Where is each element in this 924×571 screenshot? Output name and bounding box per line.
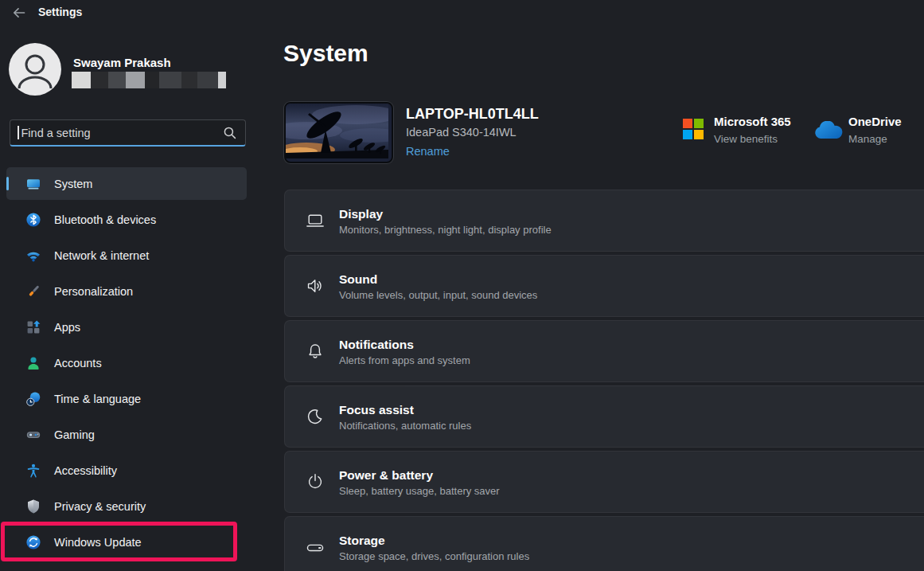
- sidebar-item-apps[interactable]: Apps: [6, 311, 247, 343]
- bell-icon: [305, 341, 326, 362]
- row-power-battery[interactable]: Power & battery Sleep, battery usage, ba…: [284, 451, 924, 513]
- sidebar-item-label: Privacy & security: [54, 500, 146, 513]
- sidebar-item-label: Accounts: [54, 357, 102, 370]
- row-display[interactable]: Display Monitors, brightness, night ligh…: [284, 190, 924, 252]
- settings-window: Settings Swayam Prakash Find a setting S…: [0, 0, 924, 571]
- moon-icon: [305, 406, 326, 427]
- sidebar-item-label: Windows Update: [54, 536, 142, 549]
- manage-link[interactable]: Manage: [848, 133, 887, 145]
- back-arrow-icon: [11, 5, 27, 21]
- row-subtitle: Notifications, automatic rules: [339, 420, 471, 432]
- apps-icon: [25, 319, 41, 335]
- sidebar-item-label: Bluetooth & devices: [54, 213, 156, 226]
- row-title: Sound: [339, 272, 537, 287]
- shield-icon: [25, 499, 41, 514]
- satellite-dish-image: [286, 104, 388, 158]
- page-title: System: [283, 40, 368, 67]
- sidebar-item-gaming[interactable]: Gaming: [6, 418, 247, 451]
- sidebar-item-network-internet[interactable]: Network & internet: [6, 239, 247, 272]
- row-storage[interactable]: Storage Storage space, drives, configura…: [284, 516, 924, 571]
- sidebar-item-label: Time & language: [54, 393, 141, 405]
- microsoft-365-title: Microsoft 365: [714, 115, 791, 128]
- storage-drive-icon: [305, 537, 326, 557]
- profile-name: Swayam Prakash: [73, 56, 171, 69]
- sidebar-item-label: Apps: [54, 321, 80, 334]
- row-sound[interactable]: Sound Volume levels, output, input, soun…: [284, 255, 924, 317]
- settings-list: Display Monitors, brightness, night ligh…: [284, 190, 924, 571]
- text-caret: [18, 126, 19, 139]
- microsoft-365-logo-icon: [683, 119, 704, 139]
- display-icon: [305, 210, 326, 231]
- system-icon: [25, 176, 41, 192]
- row-subtitle: Sleep, battery usage, battery saver: [339, 485, 500, 497]
- sidebar-item-bluetooth-devices[interactable]: Bluetooth & devices: [6, 203, 247, 236]
- sidebar-item-label: Network & internet: [54, 249, 149, 262]
- row-title: Power & battery: [339, 467, 500, 483]
- sidebar-item-personalization[interactable]: Personalization: [6, 275, 247, 307]
- row-notifications[interactable]: Notifications Alerts from apps and syste…: [284, 320, 924, 382]
- clock-globe-icon: [25, 391, 41, 407]
- row-title: Storage: [339, 533, 529, 548]
- search-placeholder: Find a setting: [21, 127, 91, 139]
- windows-update-icon: [25, 534, 41, 550]
- sidebar-item-windows-update[interactable]: Windows Update: [6, 526, 247, 558]
- onedrive-title: OneDrive: [848, 115, 902, 128]
- sidebar-item-privacy-security[interactable]: Privacy & security: [6, 490, 247, 522]
- row-subtitle: Storage space, drives, configuration rul…: [339, 550, 529, 562]
- rename-link[interactable]: Rename: [406, 145, 450, 158]
- window-title: Settings: [38, 6, 82, 18]
- row-subtitle: Alerts from apps and system: [339, 354, 470, 366]
- device-model: IdeaPad S340-14IWL: [406, 126, 517, 139]
- sidebar-item-label: Gaming: [54, 428, 95, 441]
- row-title: Display: [339, 206, 552, 221]
- profile-card[interactable]: Swayam Prakash: [9, 43, 248, 97]
- row-title: Notifications: [339, 337, 470, 352]
- redacted-email: [72, 72, 226, 88]
- back-button[interactable]: [10, 4, 29, 22]
- selected-indicator-pill: [6, 177, 9, 190]
- sidebar-nav: System Bluetooth & devices Network & int…: [6, 167, 247, 561]
- sidebar-item-system[interactable]: System: [6, 167, 247, 200]
- sidebar-item-accessibility[interactable]: Accessibility: [6, 454, 247, 487]
- view-benefits-link[interactable]: View benefits: [714, 133, 778, 145]
- person-icon: [9, 43, 61, 96]
- sidebar-item-label: Accessibility: [54, 464, 117, 477]
- onedrive-cloud-icon: [813, 121, 844, 141]
- sidebar-item-label: Personalization: [54, 285, 133, 298]
- sidebar-item-accounts[interactable]: Accounts: [6, 346, 247, 379]
- bluetooth-icon: [25, 212, 41, 228]
- search-input[interactable]: Find a setting: [10, 119, 246, 147]
- avatar: [9, 43, 61, 96]
- device-thumbnail: [284, 102, 393, 163]
- device-name: LAPTOP-HL0TL4LL: [406, 106, 539, 123]
- row-title: Focus assist: [339, 402, 471, 417]
- wifi-icon: [25, 248, 41, 264]
- row-subtitle: Volume levels, output, input, sound devi…: [339, 289, 537, 301]
- row-subtitle: Monitors, brightness, night light, displ…: [339, 224, 552, 236]
- accessibility-person-icon: [25, 463, 41, 479]
- sidebar-item-time-language[interactable]: Time & language: [6, 382, 247, 415]
- row-focus-assist[interactable]: Focus assist Notifications, automatic ru…: [284, 385, 924, 448]
- gamepad-icon: [25, 427, 41, 443]
- paintbrush-icon: [25, 284, 41, 299]
- accounts-person-icon: [25, 355, 41, 371]
- power-icon: [305, 471, 326, 492]
- speaker-icon: [305, 276, 326, 296]
- search-icon[interactable]: [223, 126, 237, 140]
- sidebar-item-label: System: [54, 178, 92, 190]
